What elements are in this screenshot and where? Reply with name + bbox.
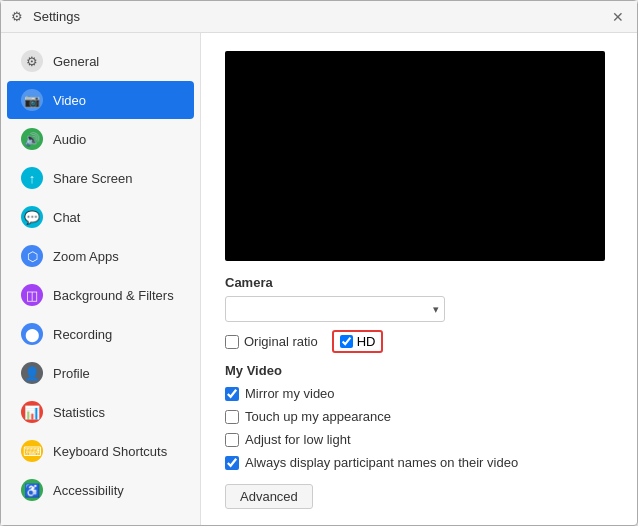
hd-highlight-box: HD bbox=[332, 330, 384, 353]
sidebar-item-background-filters[interactable]: ◫Background & Filters bbox=[7, 276, 194, 314]
camera-preview bbox=[225, 51, 605, 261]
camera-select[interactable] bbox=[225, 296, 445, 322]
sidebar-item-statistics[interactable]: 📊Statistics bbox=[7, 393, 194, 431]
sidebar-label-video: Video bbox=[53, 93, 86, 108]
sidebar-label-recording: Recording bbox=[53, 327, 112, 342]
audio-icon: 🔊 bbox=[21, 128, 43, 150]
sidebar-item-recording[interactable]: ⬤Recording bbox=[7, 315, 194, 353]
low-light-item[interactable]: Adjust for low light bbox=[225, 432, 613, 447]
sidebar-label-audio: Audio bbox=[53, 132, 86, 147]
camera-select-wrapper bbox=[225, 296, 445, 322]
accessibility-icon: ♿ bbox=[21, 479, 43, 501]
sidebar-label-zoom-apps: Zoom Apps bbox=[53, 249, 119, 264]
sidebar-item-keyboard-shortcuts[interactable]: ⌨Keyboard Shortcuts bbox=[7, 432, 194, 470]
sidebar-item-share-screen[interactable]: ↑Share Screen bbox=[7, 159, 194, 197]
original-ratio-label: Original ratio bbox=[244, 334, 318, 349]
sidebar-label-profile: Profile bbox=[53, 366, 90, 381]
touch-up-item[interactable]: Touch up my appearance bbox=[225, 409, 613, 424]
main-content: Camera Original ratio HD bbox=[201, 33, 637, 525]
close-button[interactable]: ✕ bbox=[609, 8, 627, 26]
touch-up-label: Touch up my appearance bbox=[245, 409, 391, 424]
content-area: ⚙General📷Video🔊Audio↑Share Screen💬Chat⬡Z… bbox=[1, 33, 637, 525]
mirror-checkbox[interactable] bbox=[225, 387, 239, 401]
ratio-hd-row: Original ratio HD bbox=[225, 330, 613, 353]
video-icon: 📷 bbox=[21, 89, 43, 111]
camera-section-label: Camera bbox=[225, 275, 613, 290]
sidebar-item-accessibility[interactable]: ♿Accessibility bbox=[7, 471, 194, 509]
my-video-title: My Video bbox=[225, 363, 613, 378]
always-display-row[interactable]: Always display participant names on thei… bbox=[225, 455, 613, 470]
settings-icon: ⚙ bbox=[11, 9, 27, 25]
camera-row bbox=[225, 296, 613, 322]
gear-icon: ⚙ bbox=[21, 50, 43, 72]
mirror-label: Mirror my video bbox=[245, 386, 335, 401]
recording-icon: ⬤ bbox=[21, 323, 43, 345]
background-icon: ◫ bbox=[21, 284, 43, 306]
advanced-button[interactable]: Advanced bbox=[225, 484, 313, 509]
profile-icon: 👤 bbox=[21, 362, 43, 384]
sidebar-label-accessibility: Accessibility bbox=[53, 483, 124, 498]
sidebar: ⚙General📷Video🔊Audio↑Share Screen💬Chat⬡Z… bbox=[1, 33, 201, 525]
sidebar-item-profile[interactable]: 👤Profile bbox=[7, 354, 194, 392]
hd-label: HD bbox=[357, 334, 376, 349]
hd-checkbox[interactable] bbox=[340, 335, 353, 348]
sidebar-label-keyboard-shortcuts: Keyboard Shortcuts bbox=[53, 444, 167, 459]
sidebar-label-general: General bbox=[53, 54, 99, 69]
chat-icon: 💬 bbox=[21, 206, 43, 228]
always-display-label: Always display participant names on thei… bbox=[245, 455, 518, 470]
low-light-label: Adjust for low light bbox=[245, 432, 351, 447]
sidebar-item-video[interactable]: 📷Video bbox=[7, 81, 194, 119]
always-display-checkbox[interactable] bbox=[225, 456, 239, 470]
mirror-item[interactable]: Mirror my video bbox=[225, 386, 613, 401]
share-screen-icon: ↑ bbox=[21, 167, 43, 189]
sidebar-item-chat[interactable]: 💬Chat bbox=[7, 198, 194, 236]
my-video-section: My Video Mirror my video Touch up my app… bbox=[225, 363, 613, 447]
sidebar-item-audio[interactable]: 🔊Audio bbox=[7, 120, 194, 158]
title-bar: ⚙ Settings ✕ bbox=[1, 1, 637, 33]
sidebar-label-statistics: Statistics bbox=[53, 405, 105, 420]
sidebar-label-share-screen: Share Screen bbox=[53, 171, 133, 186]
sidebar-label-chat: Chat bbox=[53, 210, 80, 225]
original-ratio-item[interactable]: Original ratio bbox=[225, 334, 318, 349]
sidebar-item-zoom-apps[interactable]: ⬡Zoom Apps bbox=[7, 237, 194, 275]
settings-window: ⚙ Settings ✕ ⚙General📷Video🔊Audio↑Share … bbox=[0, 0, 638, 526]
keyboard-icon: ⌨ bbox=[21, 440, 43, 462]
zoom-apps-icon: ⬡ bbox=[21, 245, 43, 267]
original-ratio-checkbox[interactable] bbox=[225, 335, 239, 349]
touch-up-checkbox[interactable] bbox=[225, 410, 239, 424]
window-title: Settings bbox=[33, 9, 609, 24]
statistics-icon: 📊 bbox=[21, 401, 43, 423]
low-light-checkbox[interactable] bbox=[225, 433, 239, 447]
sidebar-item-general[interactable]: ⚙General bbox=[7, 42, 194, 80]
sidebar-label-background-filters: Background & Filters bbox=[53, 288, 174, 303]
